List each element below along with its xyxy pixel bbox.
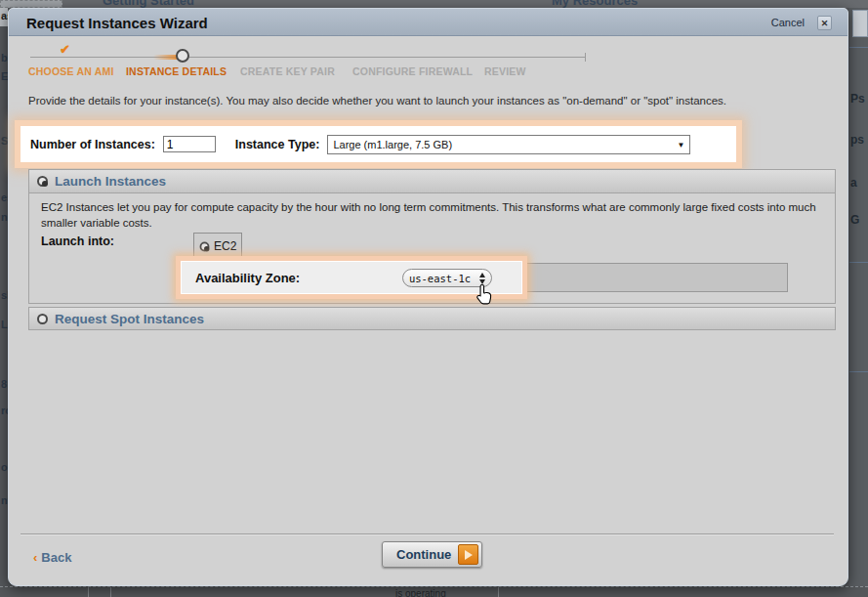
backdrop-fragment: b bbox=[1, 52, 8, 64]
backdrop-fragment: ro bbox=[1, 405, 8, 416]
availability-zone-label: Availability Zone: bbox=[195, 271, 300, 285]
request-spot-instances-radio[interactable] bbox=[37, 314, 48, 324]
continue-arrow-icon bbox=[465, 550, 473, 560]
backdrop-table-line bbox=[110, 587, 111, 597]
step-review: REVIEW bbox=[484, 65, 526, 77]
request-spot-instances-title: Request Spot Instances bbox=[55, 312, 204, 326]
launch-instances-section: Launch Instances EC2 Instances let you p… bbox=[28, 169, 836, 304]
instance-count-type-row: Number of Instances: Instance Type: Larg… bbox=[21, 126, 736, 162]
number-of-instances-input[interactable] bbox=[163, 136, 216, 152]
ec2-radio[interactable] bbox=[200, 241, 210, 251]
backdrop-line bbox=[849, 371, 868, 372]
launch-into-label: Launch into: bbox=[41, 235, 114, 248]
backdrop-fragment: o bbox=[1, 461, 8, 473]
continue-label: Continue bbox=[396, 547, 451, 562]
backdrop-line bbox=[849, 47, 868, 48]
launch-instances-description: EC2 Instances let you pay for compute ca… bbox=[41, 200, 834, 231]
backdrop-fragment: Ps bbox=[850, 92, 865, 106]
backdrop-fragment: nt bbox=[1, 494, 8, 506]
step-progress-end-tick bbox=[585, 53, 586, 62]
close-button[interactable]: ✕ bbox=[817, 16, 832, 30]
step-done-check-icon: ✔ bbox=[60, 42, 70, 57]
backdrop-fragment: as bbox=[1, 10, 8, 21]
ec2-option-label: EC2 bbox=[214, 239, 236, 253]
intro-text: Provide the details for your instance(s)… bbox=[28, 93, 800, 108]
close-icon: ✕ bbox=[821, 19, 829, 28]
request-spot-instances-section: Request Spot Instances bbox=[28, 307, 836, 330]
backdrop-heading-my-resources: My Resources bbox=[552, 0, 638, 8]
backdrop-fragment: es bbox=[1, 192, 8, 203]
stepper-up-icon bbox=[479, 273, 485, 277]
dialog-title: Request Instances Wizard bbox=[26, 15, 208, 31]
request-instances-wizard-dialog: Request Instances Wizard Cancel ✕ ✔ CHOO… bbox=[8, 8, 848, 586]
backdrop-fragment: n bbox=[1, 211, 8, 223]
backdrop-status-text: is operating bbox=[395, 588, 446, 597]
continue-button[interactable]: Continue bbox=[382, 541, 482, 568]
cancel-link[interactable]: Cancel bbox=[771, 17, 805, 28]
chevron-down-icon: ▼ bbox=[678, 141, 685, 149]
request-spot-instances-header[interactable]: Request Spot Instances bbox=[29, 308, 835, 329]
backdrop-right-lightbox bbox=[852, 10, 868, 37]
backdrop-fragment: 8 bbox=[1, 378, 7, 390]
launch-instances-radio[interactable] bbox=[37, 176, 48, 187]
backdrop-bottom-strip: is operating bbox=[0, 586, 868, 597]
step-configure-firewall: CONFIGURE FIREWALL bbox=[352, 65, 473, 77]
continue-arrow-box bbox=[458, 544, 478, 565]
number-of-instances-label: Number of Instances: bbox=[30, 138, 155, 151]
availability-zone-row: Availability Zone: us-east-1c bbox=[181, 261, 522, 294]
availability-zone-highlight: Availability Zone: us-east-1c bbox=[176, 256, 527, 299]
launch-instances-title: Launch Instances bbox=[55, 174, 166, 189]
step-instance-details: INSTANCE DETAILS bbox=[126, 65, 227, 77]
back-label: Back bbox=[41, 550, 71, 565]
dialog-titlebar: Request Instances Wizard Cancel ✕ bbox=[9, 9, 847, 36]
launch-instances-header[interactable]: Launch Instances bbox=[29, 170, 835, 193]
step-create-key-pair: CREATE KEY PAIR bbox=[240, 65, 335, 77]
backdrop-dashed-box bbox=[0, 0, 62, 8]
availability-zone-value: us-east-1c bbox=[403, 273, 476, 284]
screen: Getting Started My Resources as b E S es… bbox=[0, 0, 868, 597]
instance-type-select[interactable]: Large (m1.large, 7.5 GB) ▼ bbox=[327, 135, 690, 154]
step-choose-an-ami: CHOOSE AN AMI bbox=[28, 65, 114, 77]
backdrop-left-strip: as b E S es n sk L 8 ro o nt bbox=[0, 8, 8, 586]
backdrop-fragment: L bbox=[1, 319, 8, 330]
back-chevron-icon: ‹ bbox=[33, 550, 37, 565]
hand-cursor-icon bbox=[475, 283, 496, 307]
back-link[interactable]: ‹Back bbox=[33, 550, 71, 565]
backdrop-table-line bbox=[498, 587, 499, 597]
instance-type-label: Instance Type: bbox=[235, 138, 320, 151]
backdrop-line bbox=[849, 262, 868, 263]
step-progress-line bbox=[30, 57, 585, 58]
backdrop-fragment: S bbox=[1, 135, 8, 147]
backdrop-top-strip: Getting Started My Resources bbox=[0, 0, 868, 8]
backdrop-fragment: a bbox=[850, 176, 857, 190]
backdrop-fragment: E bbox=[1, 70, 8, 82]
backdrop-fragment: G bbox=[850, 213, 859, 227]
footer-divider bbox=[21, 533, 834, 535]
backdrop-heading-getting-started: Getting Started bbox=[103, 0, 194, 8]
instance-type-value: Large (m1.large, 7.5 GB) bbox=[333, 139, 452, 150]
backdrop-right-strip: Ps ps a G bbox=[849, 8, 868, 586]
backdrop-fragment: ps bbox=[850, 133, 864, 147]
backdrop-fragment: sk bbox=[1, 289, 8, 301]
step-current-marker-icon bbox=[176, 49, 189, 63]
backdrop-table-line bbox=[88, 587, 89, 597]
